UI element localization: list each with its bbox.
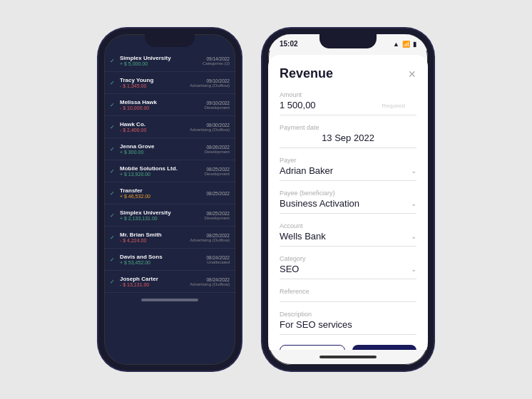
tx-check-icon: ✓	[107, 279, 117, 285]
transaction-item[interactable]: ✓ Jenna Grove + $ 300.00 08/26/2022 Deve…	[104, 138, 235, 160]
tx-meta: 09/10/2022 Advertising (Outflow)	[190, 78, 230, 88]
tx-date: 08/24/2022	[206, 255, 230, 260]
wifi-icon: 📶	[402, 41, 410, 48]
category-chevron-icon: ⌄	[411, 265, 416, 273]
tx-amount: - $ 13,131.00	[120, 282, 187, 287]
payer-dropdown[interactable]: Adrian Baker ⌄	[280, 165, 416, 176]
tx-date: 09/14/2022	[203, 56, 230, 61]
tx-amount: - $ 2,400.00	[120, 128, 187, 133]
tx-name: Mobile Solutions Ltd.	[120, 165, 202, 172]
reference-label: Reference	[280, 288, 416, 295]
category-dropdown[interactable]: SEO ⌄	[280, 264, 416, 274]
tx-category: Unallocated	[206, 260, 230, 264]
tx-date: 09/10/2022	[190, 78, 230, 83]
transaction-item[interactable]: ✓ Simplex University + $ 2,133,131.00 08…	[104, 204, 235, 227]
tx-info: Tracy Young - $ 1,345.00	[120, 77, 187, 88]
description-field: Description For SEO services	[280, 311, 416, 335]
account-field: Account Wells Bank ⌄	[280, 222, 416, 247]
description-label: Description	[280, 311, 416, 318]
invoice-button[interactable]: Invoice	[352, 345, 416, 350]
tx-date: 08/26/2022	[205, 145, 230, 150]
project-button[interactable]: Project	[280, 345, 345, 350]
amount-label: Amount	[280, 91, 416, 98]
tx-name: Jenna Grove	[120, 143, 202, 150]
tx-check-icon: ✓	[107, 124, 117, 130]
tx-date: 08/30/2022	[190, 123, 230, 128]
tx-category: Development	[205, 172, 230, 176]
account-dropdown[interactable]: Wells Bank ⌄	[280, 231, 416, 242]
tx-date: 08/25/2022	[190, 233, 230, 238]
tx-meta: 08/25/2022	[206, 191, 230, 196]
tx-meta: 08/26/2022 Development	[205, 145, 230, 154]
tx-category: Advertising (Outflow)	[190, 83, 230, 88]
tx-check-icon: ✓	[107, 212, 117, 219]
payee-chevron-icon: ⌄	[411, 200, 416, 207]
tx-meta: 09/14/2022 Categories (2)	[203, 56, 230, 66]
tx-name: Simplex University	[120, 55, 200, 61]
left-content: ✓ Simplex University + $ 5,000.00 09/14/…	[104, 34, 235, 365]
left-phone: ✓ Simplex University + $ 5,000.00 09/14/…	[98, 28, 241, 370]
tx-name: Davis and Sons	[120, 254, 203, 260]
tx-info: Joseph Carter - $ 13,131.00	[120, 276, 187, 287]
description-value[interactable]: For SEO services	[280, 319, 416, 330]
payment-date-value[interactable]: 13 Sep 2022	[280, 133, 416, 143]
tx-check-icon: ✓	[107, 168, 117, 175]
tx-category: Development	[205, 150, 230, 154]
tx-name: Joseph Carter	[120, 276, 187, 282]
payment-date-field: Payment date 13 Sep 2022	[280, 124, 416, 148]
payee-field: Payee (beneficiary) Business Activation …	[280, 190, 416, 214]
transaction-item[interactable]: ✓ Davis and Sons + $ 53,452.00 08/24/202…	[104, 249, 235, 271]
tx-category: Categories (2)	[203, 61, 230, 66]
scene: ✓ Simplex University + $ 5,000.00 09/14/…	[0, 0, 532, 399]
tx-info: Simplex University + $ 5,000.00	[120, 55, 200, 66]
account-value: Wells Bank	[280, 231, 326, 242]
tx-check-icon: ✓	[107, 58, 117, 64]
tx-amount: + $ 2,133,131.00	[120, 216, 202, 221]
amount-required: Required	[382, 103, 405, 109]
tx-amount: + $ 5,000.00	[120, 61, 200, 66]
account-label: Account	[280, 222, 416, 229]
transaction-item[interactable]: ✓ Mr. Brian Smith - $ 4,224.00 08/25/202…	[104, 227, 235, 249]
transaction-item[interactable]: ✓ Melissa Hawk - $ 10,000.00 09/10/2022 …	[104, 94, 235, 116]
home-indicator-right	[319, 356, 377, 358]
right-phone: 15:02 ▲ 📶 ▮ Revenue ✕ Amount 1 500,00 Re…	[262, 28, 434, 370]
tx-info: Transfer + $ 46,532.00	[120, 187, 203, 199]
payer-label: Payer	[280, 157, 416, 164]
modal-header: Revenue ✕	[280, 66, 416, 81]
tx-meta: 08/25/2022 Development	[205, 211, 230, 220]
transaction-item[interactable]: ✓ Transfer + $ 46,532.00 08/25/2022	[104, 182, 235, 204]
category-label: Category	[280, 255, 416, 262]
transaction-item[interactable]: ✓ Tracy Young - $ 1,345.00 09/10/2022 Ad…	[104, 72, 235, 94]
tx-amount: + $ 13,920.00	[120, 172, 202, 177]
modal-title: Revenue	[280, 66, 333, 81]
modal-content: Revenue ✕ Amount 1 500,00 Required Payme…	[268, 55, 428, 350]
transaction-item[interactable]: ✓ Joseph Carter - $ 13,131.00 08/24/2022…	[104, 271, 235, 293]
tx-name: Tracy Young	[120, 77, 187, 83]
amount-field: Amount 1 500,00 Required	[280, 91, 416, 115]
reference-field: Reference	[280, 288, 416, 302]
payer-field: Payer Adrian Baker ⌄	[280, 157, 416, 181]
payer-chevron-icon: ⌄	[411, 167, 416, 175]
tx-date: 09/10/2022	[205, 100, 230, 105]
tx-info: Hawk Co. - $ 2,400.00	[120, 121, 187, 133]
tx-info: Simplex University + $ 2,133,131.00	[120, 209, 202, 221]
tx-name: Simplex University	[120, 209, 202, 216]
tx-info: Melissa Hawk - $ 10,000.00	[120, 99, 202, 110]
tx-meta: 08/24/2022 Unallocated	[206, 255, 230, 264]
transaction-item[interactable]: ✓ Mobile Solutions Ltd. + $ 13,920.00 08…	[104, 160, 235, 182]
close-button[interactable]: ✕	[408, 69, 416, 79]
tx-check-icon: ✓	[107, 256, 117, 263]
tx-meta: 08/24/2022 Advertising (Outflow)	[190, 277, 230, 286]
payment-date-label: Payment date	[280, 124, 416, 131]
transaction-item[interactable]: ✓ Simplex University + $ 5,000.00 09/14/…	[104, 50, 235, 72]
tx-category: Advertising (Outflow)	[190, 128, 230, 132]
payee-dropdown[interactable]: Business Activation ⌄	[280, 198, 416, 209]
tx-amount: + $ 53,452.00	[120, 260, 203, 265]
payee-label: Payee (beneficiary)	[280, 190, 416, 197]
tx-category: Advertising (Outflow)	[190, 238, 230, 242]
right-notch	[319, 34, 377, 48]
transaction-item[interactable]: ✓ Hawk Co. - $ 2,400.00 08/30/2022 Adver…	[104, 116, 235, 138]
tx-amount: + $ 46,532.00	[120, 194, 203, 199]
category-value: SEO	[280, 264, 299, 274]
payer-value: Adrian Baker	[280, 165, 333, 176]
